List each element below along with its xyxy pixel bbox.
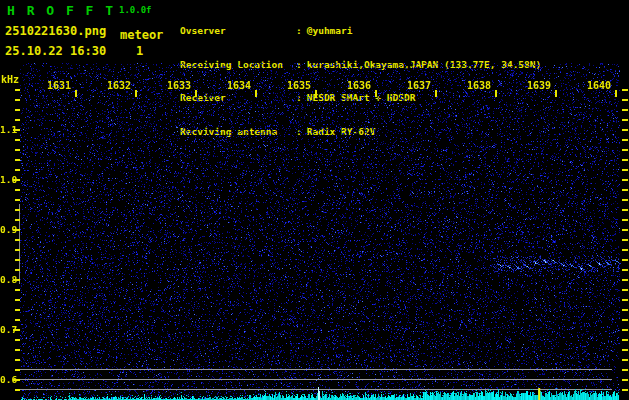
app-title: H R O F F T [7, 3, 115, 18]
x-tick-label: 1640 [579, 80, 619, 91]
info-row-observer: Ovserver : @yuhmari [180, 25, 600, 37]
x-tick-label: 1636 [339, 80, 379, 91]
y-tick-label: 1.1 [0, 124, 18, 135]
info-value: @yuhmari [307, 25, 353, 37]
x-tick-label: 1632 [99, 80, 139, 91]
info-colon: : [296, 25, 302, 37]
record-datetime: 25.10.22 16:30 [5, 44, 106, 58]
x-tick-label: 1639 [519, 80, 559, 91]
app-version: 1.0.0f [119, 5, 152, 15]
y-tick-label: 0.8 [0, 274, 18, 285]
x-tick-label: 1631 [39, 80, 79, 91]
x-tick-label: 1633 [159, 80, 199, 91]
x-tick-label: 1638 [459, 80, 499, 91]
y-tick-label: 0.7 [0, 324, 18, 335]
y-tick-label: 0.9 [0, 224, 18, 235]
y-axis-unit-label: kHz [1, 74, 19, 85]
x-tick-label: 1635 [279, 80, 319, 91]
spectrogram-canvas [0, 63, 629, 400]
x-tick-label: 1637 [399, 80, 439, 91]
hrofft-output-screen: H R O F F T 1.0.0f 2510221630.png meteor… [0, 0, 629, 400]
output-filename: 2510221630.png [5, 24, 106, 38]
observation-mode: meteor [120, 28, 163, 42]
x-tick-label: 1634 [219, 80, 259, 91]
echo-count: 1 [136, 44, 143, 58]
y-tick-label: 1.0 [0, 174, 18, 185]
y-tick-label: 0.6 [0, 374, 18, 385]
info-label: Ovserver [180, 25, 296, 37]
